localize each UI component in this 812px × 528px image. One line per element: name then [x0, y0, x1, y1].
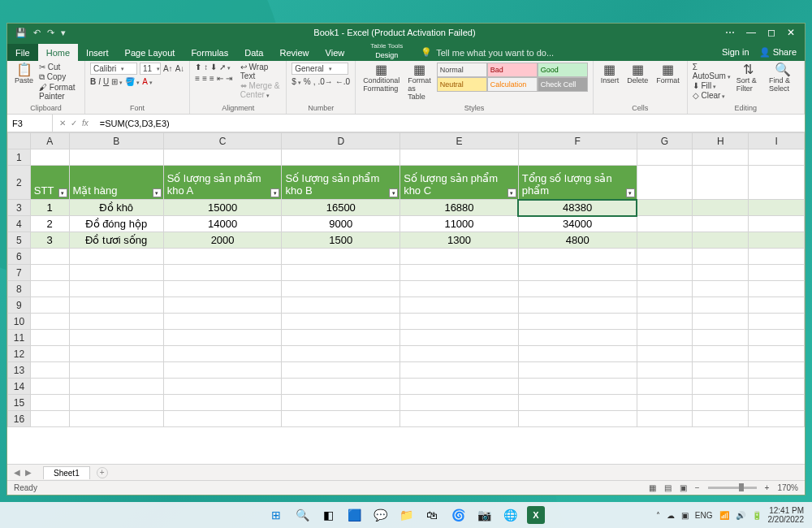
- maximize-icon[interactable]: ◻: [767, 27, 775, 38]
- cell-F4[interactable]: 34000: [518, 216, 637, 232]
- app-icon-2[interactable]: 📷: [475, 506, 493, 524]
- cell-D9[interactable]: [282, 297, 400, 314]
- cell-I14[interactable]: [749, 379, 805, 395]
- select-all-corner[interactable]: [8, 133, 31, 149]
- col-header-H[interactable]: H: [693, 133, 749, 149]
- cell-D16[interactable]: [282, 411, 400, 427]
- cell-C16[interactable]: [163, 411, 282, 427]
- undo-icon[interactable]: ↶: [33, 28, 41, 38]
- cell-B14[interactable]: [69, 379, 163, 395]
- underline-button[interactable]: U: [103, 77, 109, 86]
- col-header-A[interactable]: A: [30, 133, 69, 149]
- cell-I5[interactable]: [749, 232, 805, 249]
- row-header-5[interactable]: 5: [8, 232, 31, 249]
- cell-F1[interactable]: [518, 149, 637, 166]
- cell-D13[interactable]: [282, 362, 400, 379]
- delete-cells-button[interactable]: ▦Delete: [624, 63, 650, 84]
- cell-H13[interactable]: [693, 362, 749, 379]
- increase-indent-icon[interactable]: ⇥: [226, 74, 232, 83]
- cell-D3[interactable]: 16500: [282, 200, 400, 216]
- format-as-table-button[interactable]: ▦Format as Table: [405, 63, 434, 101]
- cell-C9[interactable]: [163, 297, 282, 314]
- row-header-14[interactable]: 14: [8, 379, 31, 395]
- cell-B6[interactable]: [69, 249, 163, 265]
- cell-E8[interactable]: [400, 281, 519, 297]
- italic-button[interactable]: I: [98, 77, 101, 86]
- tray-chevron-icon[interactable]: ˄: [656, 511, 660, 520]
- cell-I16[interactable]: [749, 411, 805, 427]
- cell-E9[interactable]: [400, 297, 519, 314]
- cell-D10[interactable]: [282, 314, 400, 330]
- cell-H6[interactable]: [693, 249, 749, 265]
- sheet-next-icon[interactable]: ▶: [25, 468, 32, 477]
- row-header-8[interactable]: 8: [8, 281, 31, 297]
- cell-H14[interactable]: [693, 379, 749, 395]
- excel-taskbar-icon[interactable]: X: [527, 506, 545, 524]
- view-pagebreak-icon[interactable]: ▣: [680, 483, 687, 492]
- tab-page-layout[interactable]: Page Layout: [117, 44, 184, 61]
- cell-H4[interactable]: [693, 216, 749, 232]
- cell-A10[interactable]: [30, 314, 69, 330]
- cell-B7[interactable]: [69, 265, 163, 281]
- autosum-button[interactable]: Σ AutoSum: [693, 63, 731, 80]
- cell-F3[interactable]: 48380: [518, 200, 637, 216]
- cell-F10[interactable]: [518, 314, 637, 330]
- format-cells-button[interactable]: ▦Format: [654, 63, 682, 84]
- cell-C11[interactable]: [163, 330, 282, 346]
- onedrive-icon[interactable]: ☁: [667, 511, 675, 520]
- border-button[interactable]: ⊞: [111, 77, 123, 86]
- cell-E2[interactable]: Số lượng sản phẩm kho C▾: [400, 166, 519, 200]
- cell-F6[interactable]: [518, 249, 637, 265]
- col-header-B[interactable]: B: [69, 133, 163, 149]
- row-header-6[interactable]: 6: [8, 249, 31, 265]
- cell-C14[interactable]: [163, 379, 282, 395]
- cut-button[interactable]: ✂ Cut: [39, 63, 80, 71]
- cell-E3[interactable]: 16880: [400, 200, 519, 216]
- tab-review[interactable]: Review: [271, 44, 317, 61]
- cell-I9[interactable]: [749, 297, 805, 314]
- cell-E11[interactable]: [400, 330, 519, 346]
- cell-H2[interactable]: [693, 166, 749, 200]
- col-header-F[interactable]: F: [518, 133, 637, 149]
- filter-button-D[interactable]: ▾: [389, 188, 398, 197]
- cell-G8[interactable]: [637, 281, 693, 297]
- row-header-3[interactable]: 3: [8, 200, 31, 216]
- style-calculation[interactable]: Calculation: [487, 77, 538, 92]
- share-button[interactable]: 👤 Share: [759, 47, 797, 58]
- cell-D7[interactable]: [282, 265, 400, 281]
- name-box[interactable]: F3: [7, 115, 53, 132]
- cell-E5[interactable]: 1300: [400, 232, 519, 249]
- zoom-level[interactable]: 170%: [777, 483, 798, 492]
- cell-B10[interactable]: [69, 314, 163, 330]
- col-header-G[interactable]: G: [637, 133, 693, 149]
- cell-A11[interactable]: [30, 330, 69, 346]
- bold-button[interactable]: B: [90, 77, 96, 86]
- sign-in-link[interactable]: Sign in: [722, 47, 749, 58]
- task-view-icon[interactable]: ◧: [319, 506, 337, 524]
- cell-C6[interactable]: [163, 249, 282, 265]
- cell-E16[interactable]: [400, 411, 519, 427]
- cell-H5[interactable]: [693, 232, 749, 249]
- row-header-1[interactable]: 1: [8, 149, 31, 166]
- cell-G10[interactable]: [637, 314, 693, 330]
- cell-H15[interactable]: [693, 395, 749, 411]
- widgets-icon[interactable]: 🟦: [345, 506, 363, 524]
- cell-C15[interactable]: [163, 395, 282, 411]
- cell-I12[interactable]: [749, 346, 805, 362]
- row-header-11[interactable]: 11: [8, 330, 31, 346]
- cell-E10[interactable]: [400, 314, 519, 330]
- cell-I2[interactable]: [749, 166, 805, 200]
- tray-app-icon[interactable]: ▣: [681, 511, 689, 520]
- insert-cells-button[interactable]: ▦Insert: [598, 63, 622, 84]
- cell-B9[interactable]: [69, 297, 163, 314]
- cell-A13[interactable]: [30, 362, 69, 379]
- cell-B16[interactable]: [69, 411, 163, 427]
- cell-I3[interactable]: [749, 200, 805, 216]
- cell-E7[interactable]: [400, 265, 519, 281]
- font-name-combo[interactable]: Calibri: [90, 63, 137, 75]
- cell-G2[interactable]: [637, 166, 693, 200]
- formula-input[interactable]: =SUM(C3,D3,E3): [95, 117, 805, 130]
- battery-icon[interactable]: 🔋: [752, 511, 762, 520]
- cell-D8[interactable]: [282, 281, 400, 297]
- tab-view[interactable]: View: [317, 44, 353, 61]
